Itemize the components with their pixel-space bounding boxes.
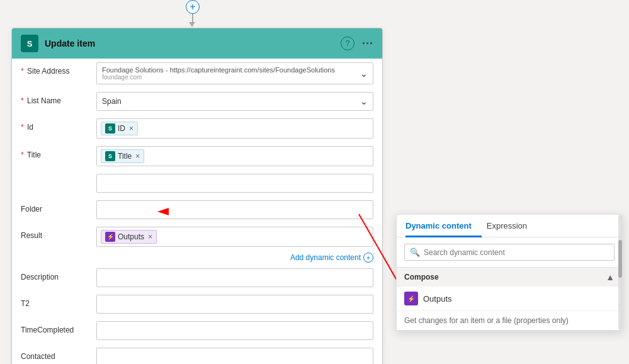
description-input[interactable] bbox=[96, 268, 373, 287]
update-item-card: S Update item ? ··· * Site Address F bbox=[11, 28, 383, 364]
time-completed-label: TimeCompleted bbox=[21, 321, 96, 334]
id-token[interactable]: S ID × bbox=[101, 122, 138, 135]
tab-dynamic-content[interactable]: Dynamic content bbox=[405, 215, 482, 237]
required-star: * bbox=[21, 67, 24, 76]
card-header: S Update item ? ··· bbox=[12, 28, 382, 59]
site-address-label: * Site Address bbox=[21, 62, 96, 76]
search-box[interactable]: 🔍 bbox=[404, 244, 615, 261]
canvas: + S Update item ? ··· * Site Address bbox=[0, 0, 629, 364]
title-token-close[interactable]: × bbox=[135, 152, 140, 161]
outputs-item-icon: ⚡ bbox=[404, 292, 418, 305]
result-row: Result ⚡ Outputs × bbox=[21, 223, 373, 251]
list-name-row: * List Name Spain ⌄ bbox=[21, 88, 373, 115]
id-token-icon: S bbox=[105, 123, 115, 134]
card-header-icon: S bbox=[21, 35, 38, 52]
panel-scrollbar-thumb[interactable] bbox=[618, 240, 622, 278]
compose-section-label: Compose bbox=[404, 273, 439, 282]
empty-field-1[interactable] bbox=[96, 174, 373, 193]
result-token[interactable]: ⚡ Outputs × bbox=[101, 230, 157, 244]
empty-row-1 bbox=[21, 170, 373, 196]
help-button[interactable]: ? bbox=[341, 37, 354, 50]
result-label: Result bbox=[21, 227, 96, 240]
collapse-icon[interactable]: ▲ bbox=[606, 272, 615, 282]
list-name-dropdown[interactable]: Spain ⌄ bbox=[96, 92, 373, 111]
panel-search-area: 🔍 bbox=[397, 237, 622, 268]
t2-input[interactable] bbox=[96, 295, 373, 314]
search-icon: 🔍 bbox=[410, 247, 420, 257]
description-field[interactable] bbox=[96, 268, 373, 287]
site-address-sub: foundage.com bbox=[102, 74, 356, 81]
title-token-text: Title bbox=[118, 152, 132, 161]
required-star-list: * bbox=[21, 96, 24, 105]
list-name-value: Spain bbox=[102, 97, 356, 106]
required-star-title: * bbox=[21, 151, 24, 159]
card-title: Update item bbox=[45, 38, 334, 48]
title-row: * Title S Title × bbox=[21, 142, 373, 170]
card-header-actions: ? ··· bbox=[341, 37, 373, 50]
more-options-button[interactable]: ··· bbox=[362, 37, 373, 50]
contacted-label: Contacted bbox=[21, 348, 96, 361]
compose-section-header[interactable]: Compose ▲ bbox=[397, 268, 622, 287]
time-completed-field[interactable] bbox=[96, 321, 373, 340]
title-token[interactable]: S Title × bbox=[101, 149, 144, 163]
empty-label-1 bbox=[21, 174, 96, 178]
contacted-input[interactable] bbox=[96, 348, 373, 364]
id-token-field[interactable]: S ID × bbox=[96, 118, 373, 139]
card-body: * Site Address Foundage Solutions - http… bbox=[12, 59, 382, 364]
id-row: * Id S ID × bbox=[21, 115, 373, 142]
description-label: Description bbox=[21, 268, 96, 282]
add-step-button[interactable]: + bbox=[186, 0, 200, 14]
tab-expression[interactable]: Expression bbox=[487, 215, 537, 237]
result-token-field[interactable]: ⚡ Outputs × bbox=[96, 227, 373, 247]
site-address-value: Foundage Solutions - https://captureinte… bbox=[102, 66, 356, 74]
outputs-item-label: Outputs bbox=[423, 294, 452, 304]
folder-label: Folder bbox=[21, 200, 96, 213]
header-initial: S bbox=[27, 39, 33, 48]
id-token-close[interactable]: × bbox=[129, 124, 133, 133]
chevron-down-icon: ⌄ bbox=[360, 69, 368, 79]
id-label: * Id bbox=[21, 118, 96, 132]
search-dynamic-input[interactable] bbox=[424, 248, 609, 257]
t2-label: T2 bbox=[21, 295, 96, 308]
add-dynamic-link-row: Add dynamic content + bbox=[21, 251, 373, 264]
outputs-item[interactable]: ⚡ Outputs bbox=[397, 287, 622, 311]
add-dynamic-plus-icon[interactable]: + bbox=[363, 253, 373, 263]
panel-tabs: Dynamic content Expression bbox=[397, 215, 622, 237]
title-field[interactable]: S Title × bbox=[96, 146, 373, 166]
dynamic-content-panel: Dynamic content Expression 🔍 Compose ▲ ⚡… bbox=[396, 214, 623, 331]
site-address-dropdown[interactable]: Foundage Solutions - https://captureinte… bbox=[96, 62, 373, 84]
site-address-field[interactable]: Foundage Solutions - https://captureinte… bbox=[96, 62, 373, 84]
contacted-row: Contacted bbox=[21, 344, 373, 364]
title-label: * Title bbox=[21, 146, 96, 159]
list-name-label: * List Name bbox=[21, 92, 96, 105]
required-star-id: * bbox=[21, 123, 24, 132]
help-icon: ? bbox=[346, 39, 350, 48]
add-dynamic-button[interactable]: Add dynamic content bbox=[290, 253, 361, 262]
t2-field[interactable] bbox=[96, 295, 373, 314]
folder-input[interactable] bbox=[96, 200, 373, 219]
list-name-field[interactable]: Spain ⌄ bbox=[96, 92, 373, 111]
result-token-text: Outputs bbox=[118, 232, 144, 241]
empty-input-1[interactable] bbox=[96, 174, 373, 193]
id-field[interactable]: S ID × bbox=[96, 118, 373, 139]
title-token-field[interactable]: S Title × bbox=[96, 146, 373, 166]
result-field[interactable]: ⚡ Outputs × bbox=[96, 227, 373, 247]
time-completed-input[interactable] bbox=[96, 321, 373, 340]
folder-row: Folder bbox=[21, 196, 373, 223]
folder-field[interactable] bbox=[96, 200, 373, 219]
connector-arrow bbox=[189, 22, 195, 27]
panel-scrollbar[interactable] bbox=[618, 215, 622, 330]
t2-row: T2 bbox=[21, 291, 373, 317]
list-chevron-icon: ⌄ bbox=[360, 96, 368, 106]
site-address-row: * Site Address Foundage Solutions - http… bbox=[21, 59, 373, 88]
description-row: Description bbox=[21, 264, 373, 291]
id-token-text: ID bbox=[118, 124, 125, 133]
contacted-field[interactable] bbox=[96, 348, 373, 364]
title-token-icon: S bbox=[105, 151, 115, 161]
time-completed-row: TimeCompleted bbox=[21, 317, 373, 344]
item-description: Get changes for an item or a file (prope… bbox=[397, 311, 622, 330]
result-token-close[interactable]: × bbox=[148, 232, 152, 241]
result-token-icon: ⚡ bbox=[105, 232, 115, 242]
